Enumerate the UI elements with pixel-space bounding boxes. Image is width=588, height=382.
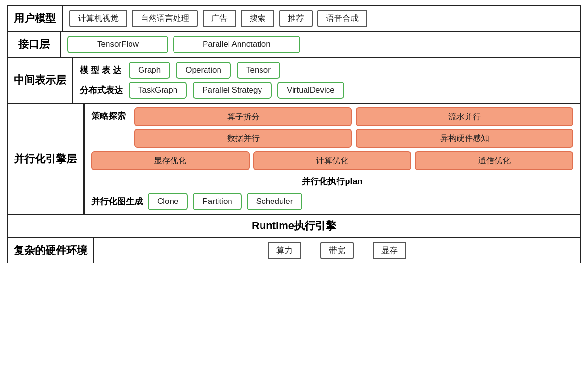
hardware-row: 复杂的硬件环境 算力 带宽 显存 [7, 237, 581, 263]
hardware-compute: 算力 [268, 242, 301, 259]
model-expr-row: 模 型 表 达 Graph Operation Tensor [80, 62, 573, 79]
intermediate-row: 中间表示层 模 型 表 达 Graph Operation Tensor 分布式… [7, 57, 581, 103]
user-model-item-nlp: 自然语言处理 [132, 10, 198, 27]
strategy-row2: 数据并行 异构硬件感知 [134, 129, 573, 148]
graph-gen-partition: Partition [193, 193, 241, 210]
dist-expr-label: 分布式表达 [80, 85, 123, 96]
parallel-engine-content: 策略探索 算子拆分 流水并行 数据并行 异构硬件感知 显存优化 计算优化 通信优… [84, 104, 580, 214]
dist-expr-taskgraph: TaskGraph [129, 82, 187, 99]
graph-gen-section: 并行化图生成 Clone Partition Scheduler [91, 193, 573, 210]
user-model-label: 用户模型 [8, 6, 63, 31]
runtime-content: Runtime执行引擎 [8, 215, 580, 237]
intermediate-content: 模 型 表 达 Graph Operation Tensor 分布式表达 Tas… [73, 58, 580, 103]
graph-gen-label: 并行化图生成 [91, 196, 143, 207]
model-expr-label: 模 型 表 达 [80, 64, 123, 76]
interface-parallel-annotation: Parallel Annotation [173, 36, 300, 53]
interface-content: TensorFlow Parallel Annotation [61, 32, 580, 57]
user-model-item-search: 搜索 [241, 10, 274, 27]
strategy-label: 策略探索 [91, 107, 130, 122]
hardware-vram: 显存 [373, 242, 406, 259]
opt-vram: 显存优化 [91, 151, 250, 170]
opt-section: 显存优化 计算优化 通信优化 [91, 151, 573, 170]
user-model-content: 计算机视觉 自然语言处理 广告 搜索 推荐 语音合成 [63, 6, 580, 31]
strategy-item-data-parallel: 数据并行 [134, 129, 352, 148]
runtime-row: Runtime执行引擎 [7, 214, 581, 237]
hardware-bandwidth: 带宽 [320, 242, 354, 259]
hardware-content: 算力 带宽 显存 [94, 238, 580, 263]
model-expr-graph: Graph [129, 62, 170, 79]
dist-expr-virtualdevice: VirtualDevice [277, 82, 344, 99]
strategy-item-pipeline: 流水并行 [356, 107, 573, 126]
plan-label: 并行化执行plan [91, 174, 573, 189]
interface-row: 接口层 TensorFlow Parallel Annotation [7, 31, 581, 57]
parallel-engine-row: 并行化引擎层 策略探索 算子拆分 流水并行 数据并行 异构硬件感知 显存优化 计… [7, 103, 581, 214]
graph-gen-scheduler: Scheduler [247, 193, 303, 210]
strategy-section: 策略探索 算子拆分 流水并行 数据并行 异构硬件感知 [91, 107, 573, 148]
user-model-item-recommend: 推荐 [279, 10, 313, 27]
opt-comm: 通信优化 [415, 151, 573, 170]
hardware-label: 复杂的硬件环境 [8, 238, 94, 263]
interface-label: 接口层 [8, 32, 61, 57]
user-model-item-cv: 计算机视觉 [69, 10, 127, 27]
interface-tensorflow: TensorFlow [67, 36, 168, 53]
intermediate-label: 中间表示层 [8, 58, 73, 103]
graph-gen-clone: Clone [148, 193, 188, 210]
opt-compute: 计算优化 [253, 151, 412, 170]
strategy-item-split: 算子拆分 [134, 107, 352, 126]
user-model-item-ad: 广告 [203, 10, 236, 27]
model-expr-operation: Operation [176, 62, 231, 79]
model-expr-tensor: Tensor [237, 62, 280, 79]
strategy-row1: 算子拆分 流水并行 [134, 107, 573, 126]
parallel-engine-label: 并行化引擎层 [8, 104, 84, 214]
user-model-row: 用户模型 计算机视觉 自然语言处理 广告 搜索 推荐 语音合成 [7, 5, 581, 31]
dist-expr-row: 分布式表达 TaskGraph Parallel Strategy Virtua… [80, 82, 573, 99]
strategy-boxes: 算子拆分 流水并行 数据并行 异构硬件感知 [134, 107, 573, 148]
user-model-item-speech: 语音合成 [317, 10, 367, 27]
dist-expr-parallel-strategy: Parallel Strategy [193, 82, 272, 99]
strategy-item-hetero: 异构硬件感知 [356, 129, 573, 148]
runtime-label: Runtime执行引擎 [252, 219, 336, 233]
